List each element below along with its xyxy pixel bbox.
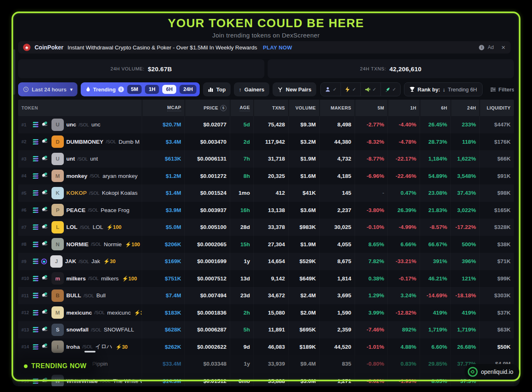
filters-button[interactable]: Filters xyxy=(486,82,514,96)
openliquid-logo-icon xyxy=(468,367,478,377)
mcap-value: $20.7M xyxy=(142,116,184,133)
token-cell[interactable]: #5SWAPKKOKOP /SOL Kokopi Koalas⚡500 xyxy=(18,184,142,202)
ad-info-icon[interactable]: i xyxy=(479,45,484,50)
rank-label: #6 xyxy=(21,208,30,212)
token-cell[interactable]: #12SWAPMmexicunc /SOL mexicunc⚡30 xyxy=(18,304,142,322)
top-button[interactable]: Top xyxy=(203,82,231,96)
pct-1h: 892% xyxy=(387,321,420,338)
token-cell[interactable]: #10SWAPmmilkers /SOL milkers⚡100 xyxy=(18,270,142,287)
left-scrollbar-track[interactable] xyxy=(13,49,15,373)
arrow-up-icon: ↑ xyxy=(239,86,242,93)
rank-by-control[interactable]: Rank by: ↓ Trending 6H xyxy=(404,82,482,96)
col-liquidity[interactable]: LIQUIDITY xyxy=(479,100,514,116)
pct-24h: 1,719% xyxy=(450,321,479,338)
pumpswap-icon: SWAP xyxy=(41,173,48,178)
timeframe-pill-1h[interactable]: 1H xyxy=(145,85,159,94)
token-avatar: M xyxy=(51,306,64,319)
left-scrollbar-thumb[interactable] xyxy=(13,49,15,95)
rank-label: #2 xyxy=(21,139,30,144)
token-cell[interactable]: #4SWAPMmonkey /SOL aryan monkey xyxy=(18,168,142,185)
ad-banner[interactable]: ♣ CoinPoker Instant Withdrawal Crypto Ca… xyxy=(18,41,511,54)
ad-brand[interactable]: CoinPoker xyxy=(35,44,63,51)
timeframe-pill-5m[interactable]: 5M xyxy=(127,85,142,94)
col-mcap[interactable]: MCAP xyxy=(142,100,184,116)
token-cell[interactable]: #11SWAPBBULL /SOL Bull xyxy=(18,287,142,304)
txns-value: 34,672 xyxy=(253,287,288,304)
pct-5m: 1.29% xyxy=(355,287,387,304)
token-cell[interactable]: #1SWAPUunc /SOL unc xyxy=(18,116,142,133)
token-cell[interactable]: #6SWAPPPEACE /SOL Peace Frog xyxy=(18,202,142,219)
rocket-filter-toggle[interactable]: ✓ xyxy=(380,83,400,96)
token-cell[interactable]: #14SWAPIIroha /SOL イロハ⚡30 xyxy=(18,338,142,356)
table-row[interactable]: #6SWAPPPEACE /SOL Peace Frog$3.9M$0.0039… xyxy=(18,202,514,219)
table-row[interactable]: SOLPippin$33.4M$0.033481y33,939$9.4M835-… xyxy=(18,355,514,373)
liquidity-value: $447K xyxy=(479,116,514,133)
txns-value: 412 xyxy=(253,184,288,202)
table-row[interactable]: #1SWAPUunc /SOL unc$20.7M$0.020775d75,42… xyxy=(18,116,514,133)
token-name: unc xyxy=(91,121,100,128)
pumpswap-icon: SWAP xyxy=(41,293,48,298)
trending-button[interactable]: Trending i 5M 1H 6H 24H xyxy=(81,82,200,96)
table-row[interactable]: #3SWAPUunt /SOL unt$613K$0.00061317h31,7… xyxy=(18,150,514,168)
rank-label: #13 xyxy=(21,327,30,332)
new-pairs-button[interactable]: New Pairs xyxy=(273,82,316,96)
token-cell[interactable]: #13SWAPSsnowfall /SOL SNOWFALL xyxy=(18,321,142,338)
timeframe-pill-24h[interactable]: 24H xyxy=(180,85,196,94)
col-6h[interactable]: 6H xyxy=(420,100,450,116)
table-row[interactable]: #14SWAPIIroha /SOL イロハ⚡30$262K$0.0002622… xyxy=(18,338,514,356)
pct-5m: - xyxy=(355,184,387,202)
pct-24h: 1,622% xyxy=(450,150,479,168)
token-name: Pippin xyxy=(92,361,108,367)
table-row[interactable]: #8SWAPNNORMIE /SOL Normie⚡100$206K$0.000… xyxy=(18,236,514,253)
token-name: Dumb M xyxy=(119,139,140,145)
ads-filter-toggle[interactable]: ✓ xyxy=(360,83,380,96)
table-row[interactable]: #9JJAK /SOL Jak⚡30$169K$0.00016991y14,65… xyxy=(18,253,514,270)
col-volume[interactable]: VOLUME xyxy=(288,100,319,116)
rank-label: #7 xyxy=(21,225,30,230)
col-age[interactable]: AGE xyxy=(230,100,253,116)
solana-icon xyxy=(33,173,38,179)
txns-value: 27,304 xyxy=(253,236,288,253)
token-cell[interactable]: #2SWAPDDUMBMONEY /SOL Dumb M⚡100 xyxy=(18,133,142,151)
col-token[interactable]: TOKEN xyxy=(18,100,142,116)
token-cell[interactable]: #7SWAPLLOL /SOL LOL⚡100 xyxy=(18,219,142,236)
token-cell[interactable]: #16SWAPWWhiteWhale /SOL The White Wha xyxy=(18,373,142,387)
profile-filter-toggle[interactable]: ✓ xyxy=(321,83,341,96)
col-5m[interactable]: 5M xyxy=(355,100,387,116)
mcap-value: $169K xyxy=(142,253,184,270)
timeframe-pill-6h[interactable]: 6H xyxy=(162,85,176,94)
table-row[interactable]: #13SWAPSsnowfall /SOL SNOWFALL$628K$0.00… xyxy=(18,321,514,338)
col-txns[interactable]: TXNS xyxy=(253,100,288,116)
token-symbol: KOKOP xyxy=(66,190,87,196)
table-row[interactable]: #2SWAPDDUMBMONEY /SOL Dumb M⚡100$3.4M$0.… xyxy=(18,133,514,151)
txns-value: 14,654 xyxy=(253,253,288,270)
pct-5m: 7.82% xyxy=(355,253,387,270)
table-row[interactable]: #10SWAPmmilkers /SOL milkers⚡100$751K$0.… xyxy=(18,270,514,287)
token-cell[interactable]: #9JJAK /SOL Jak⚡30 xyxy=(18,253,142,270)
table-row[interactable]: #16SWAPWWhiteWhale /SOL The White Wha$14… xyxy=(18,373,514,387)
ad-close-icon[interactable]: ✕ xyxy=(501,44,506,51)
col-24h[interactable]: 24H xyxy=(450,100,479,116)
table-row[interactable]: #5SWAPKKOKOP /SOL Kokopi Koalas⚡500$1.4M… xyxy=(18,184,514,202)
table-row[interactable]: #12SWAPMmexicunc /SOL mexicunc⚡30$183K$0… xyxy=(18,304,514,322)
check-icon: ✓ xyxy=(352,87,356,92)
ad-play-now-link[interactable]: PLAY NOW xyxy=(263,44,292,51)
table-row[interactable]: #11SWAPBBULL /SOL Bull$7.4M$0.00749423d3… xyxy=(18,287,514,304)
table-row[interactable]: #7SWAPLLOL /SOL LOL⚡100$5.0M$0.00510028d… xyxy=(18,219,514,236)
openliquid-badge[interactable]: openliquid.io xyxy=(464,364,519,380)
token-cell[interactable]: #8SWAPNNORMIE /SOL Normie⚡100 xyxy=(18,236,142,253)
boost-badge: ⚡100 xyxy=(125,241,140,247)
time-range-button[interactable]: Last 24 hours ▾ xyxy=(18,82,77,96)
person-icon xyxy=(325,86,331,92)
table-row[interactable]: #4SWAPMmonkey /SOL aryan monkey$1.2M$0.0… xyxy=(18,168,514,185)
col-price[interactable]: PRICE$ xyxy=(184,100,230,116)
gainers-button[interactable]: ↑ Gainers xyxy=(234,82,269,96)
col-1h[interactable]: 1H xyxy=(387,100,420,116)
token-name: Kokopi Koalas xyxy=(102,190,138,196)
coinpoker-logo-icon: ♣ xyxy=(23,44,30,51)
col-makers[interactable]: MAKERS xyxy=(319,100,355,116)
token-cell[interactable]: #3SWAPUunt /SOL unt xyxy=(18,150,142,168)
boost-filter-toggle[interactable]: ✓ xyxy=(341,83,360,96)
liquidity-value: $328K xyxy=(479,219,514,236)
token-name: Peace Frog xyxy=(101,207,130,213)
